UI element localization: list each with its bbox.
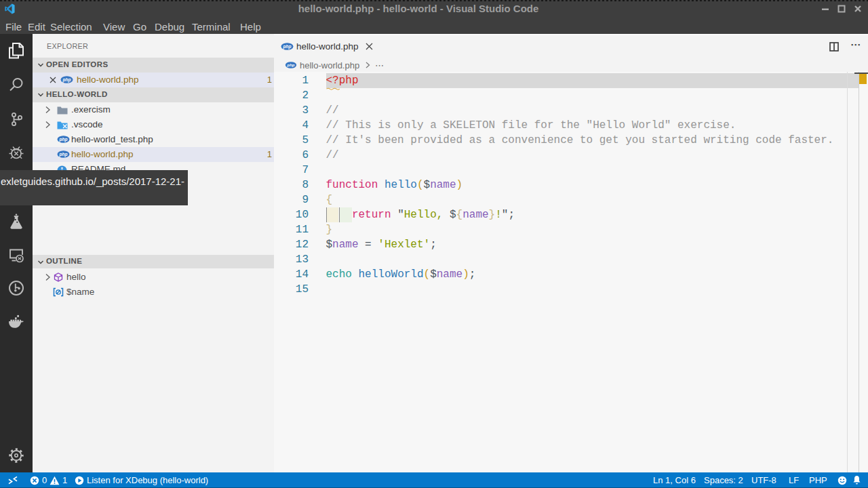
svg-text:php: php [62, 77, 71, 83]
svg-text:php: php [287, 63, 295, 67]
svg-text:php: php [59, 137, 68, 142]
svg-text:php: php [59, 152, 68, 157]
svg-text:php: php [283, 44, 292, 49]
